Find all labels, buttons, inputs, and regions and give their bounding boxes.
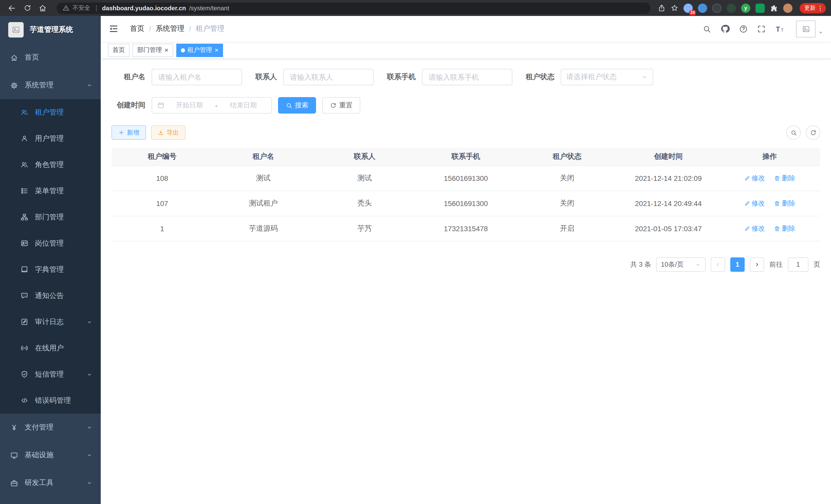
- github-icon[interactable]: [720, 24, 730, 33]
- edit-link[interactable]: 修改: [744, 173, 765, 183]
- sidebar-item-audit-log[interactable]: 审计日志: [0, 309, 101, 335]
- dept-tree-icon: [21, 213, 28, 221]
- extension-icon-5[interactable]: y: [741, 3, 750, 12]
- menu-list-icon: [21, 187, 28, 195]
- chevron-down-icon: [86, 424, 92, 431]
- search-icon: [286, 102, 292, 109]
- sidebar-item-user[interactable]: 用户管理: [0, 125, 101, 152]
- delete-link[interactable]: 删除: [774, 199, 795, 208]
- browser-reload-icon[interactable]: [21, 1, 34, 14]
- next-page-button[interactable]: [750, 257, 764, 271]
- table-toolbar: 新增 导出: [112, 125, 820, 140]
- delete-link[interactable]: 删除: [774, 224, 795, 233]
- refresh-table-button[interactable]: [806, 125, 820, 140]
- create-time-range-picker[interactable]: 开始日期 - 结束日期: [152, 97, 272, 114]
- browser-home-icon[interactable]: [36, 1, 49, 14]
- column-header: 租户名: [213, 148, 314, 166]
- tab-tenant[interactable]: 租户管理 ×: [176, 43, 223, 57]
- role-users-icon: [21, 161, 28, 169]
- app-logo[interactable]: 芋道管理系统: [0, 16, 101, 44]
- error-code-icon: [21, 396, 28, 404]
- extensions-puzzle-icon[interactable]: [770, 4, 778, 12]
- breadcrumb-home[interactable]: 首页: [130, 24, 144, 33]
- online-user-icon: [21, 344, 28, 352]
- goto-page-input[interactable]: [788, 257, 808, 271]
- page-1-button[interactable]: 1: [730, 257, 745, 271]
- reset-button[interactable]: 重置: [322, 97, 360, 114]
- tenant-status-select[interactable]: 请选择租户状态: [561, 69, 653, 85]
- extension-icon-1[interactable]: 10: [684, 3, 693, 12]
- sidebar-item-dept[interactable]: 部门管理: [0, 204, 101, 230]
- cell-tenant-id: 1: [112, 216, 213, 241]
- bookmark-star-icon[interactable]: [671, 4, 678, 12]
- sidebar-item-dict[interactable]: 字典管理: [0, 256, 101, 283]
- extension-icon-3[interactable]: [712, 3, 721, 12]
- chevron-down-icon: [86, 480, 92, 486]
- profile-avatar-icon[interactable]: [783, 3, 793, 12]
- browser-update-button[interactable]: 更新: [800, 3, 826, 13]
- tab-dept[interactable]: 部门管理 ×: [133, 43, 173, 57]
- phone-input[interactable]: [422, 69, 512, 85]
- extension-icon-6[interactable]: [755, 3, 765, 12]
- sidebar: 芋道管理系统 首页 系统管理 租户管理 用户管理: [0, 16, 101, 504]
- cell-tenant-id: 108: [112, 166, 213, 190]
- sidebar-item-online-user[interactable]: 在线用户: [0, 335, 101, 361]
- search-button[interactable]: 搜索: [278, 97, 316, 114]
- header-search-icon[interactable]: [703, 24, 711, 33]
- extension-icon-4[interactable]: [727, 3, 736, 12]
- user-menu[interactable]: [796, 20, 823, 37]
- sidebar-item-home[interactable]: 首页: [0, 44, 101, 71]
- sidebar-item-system[interactable]: 系统管理: [0, 71, 101, 99]
- browser-menu-dots-icon[interactable]: [816, 4, 824, 11]
- edit-link[interactable]: 修改: [744, 199, 765, 208]
- sidebar-item-role[interactable]: 角色管理: [0, 152, 101, 178]
- create-time-label: 创建时间: [112, 101, 145, 110]
- contact-input[interactable]: [283, 69, 374, 85]
- app-title: 芋道管理系统: [30, 25, 73, 34]
- navbar-actions: [703, 20, 823, 37]
- browser-toolbar-right: 10 y 更新: [658, 3, 826, 13]
- fullscreen-icon[interactable]: [757, 24, 766, 33]
- sidebar-item-post[interactable]: 岗位管理: [0, 230, 101, 256]
- share-icon[interactable]: [658, 4, 665, 12]
- total-count: 共 3 条: [630, 260, 651, 269]
- extension-icon-2[interactable]: [698, 3, 707, 12]
- delete-link[interactable]: 删除: [774, 173, 795, 183]
- close-icon[interactable]: ×: [165, 47, 168, 53]
- column-header: 联系手机: [415, 148, 516, 166]
- date-start-placeholder: 开始日期: [167, 101, 212, 110]
- cell-contact: 测试: [314, 166, 415, 190]
- browser-back-icon[interactable]: [5, 1, 19, 14]
- active-dot-icon: [181, 48, 185, 52]
- logo-image: [8, 22, 24, 37]
- sidebar-item-menu[interactable]: 菜单管理: [0, 178, 101, 204]
- close-icon[interactable]: ×: [214, 47, 219, 53]
- add-button[interactable]: 新增: [112, 125, 146, 140]
- sidebar-item-pay[interactable]: 支付管理: [0, 414, 101, 441]
- sidebar-item-dev-tools[interactable]: 研发工具: [0, 469, 101, 497]
- prev-page-button[interactable]: [711, 257, 725, 271]
- chevron-down-icon: [695, 261, 701, 267]
- help-icon[interactable]: [739, 24, 748, 33]
- sidebar-item-sms[interactable]: 短信管理: [0, 361, 101, 387]
- sidebar-item-error-code[interactable]: 错误码管理: [0, 387, 101, 414]
- contact-label: 联系人: [255, 72, 277, 82]
- cell-phone: 17321315478: [415, 216, 516, 241]
- screen: 不安全 dashboard.yudao.iocoder.cn/system/te…: [0, 0, 831, 504]
- sidebar-item-notice[interactable]: 通知公告: [0, 283, 101, 309]
- status-label: 租户状态: [526, 72, 554, 82]
- tab-home[interactable]: 首页: [108, 43, 130, 57]
- page-size-select[interactable]: 10条/页: [656, 257, 706, 271]
- cell-tenant-name: 测试租户: [213, 190, 314, 216]
- sidebar-item-tenant[interactable]: 租户管理: [0, 99, 101, 125]
- user-avatar: [796, 20, 815, 37]
- toggle-search-button[interactable]: [786, 125, 801, 140]
- address-bar[interactable]: 不安全 dashboard.yudao.iocoder.cn/system/te…: [57, 2, 651, 13]
- breadcrumb-system[interactable]: 系统管理: [156, 24, 184, 33]
- sidebar-item-infra[interactable]: 基础设施: [0, 441, 101, 469]
- tenant-name-input[interactable]: [152, 69, 242, 85]
- sidebar-toggle-icon[interactable]: [109, 24, 119, 34]
- edit-link[interactable]: 修改: [744, 224, 765, 233]
- export-button[interactable]: 导出: [151, 125, 185, 140]
- font-size-icon[interactable]: [775, 24, 785, 34]
